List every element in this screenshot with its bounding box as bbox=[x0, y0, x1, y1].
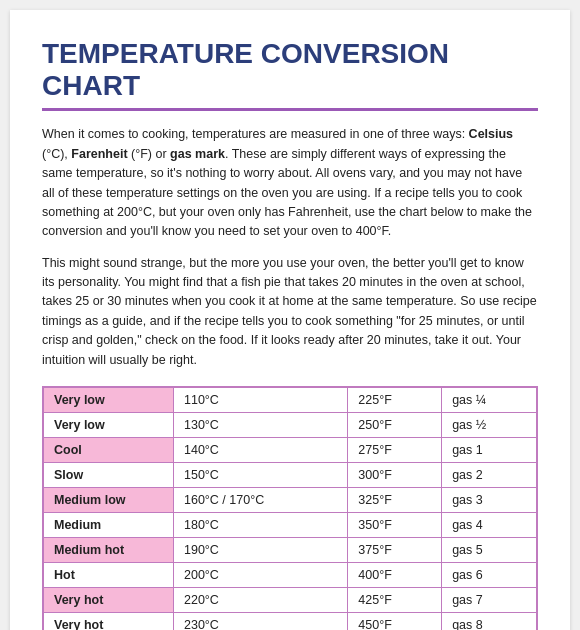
celsius-cell: 140°C bbox=[174, 437, 348, 462]
fahrenheit-cell: 275°F bbox=[348, 437, 442, 462]
gas-cell: gas 1 bbox=[442, 437, 537, 462]
celsius-cell: 160°C / 170°C bbox=[174, 487, 348, 512]
celsius-cell: 150°C bbox=[174, 462, 348, 487]
fahrenheit-cell: 375°F bbox=[348, 537, 442, 562]
fahrenheit-cell: 300°F bbox=[348, 462, 442, 487]
gas-cell: gas ½ bbox=[442, 412, 537, 437]
page: TEMPERATURE CONVERSION CHART When it com… bbox=[10, 10, 570, 630]
label-cell: Very low bbox=[44, 387, 174, 412]
gas-cell: gas 6 bbox=[442, 562, 537, 587]
label-cell: Very hot bbox=[44, 612, 174, 630]
label-cell: Very low bbox=[44, 412, 174, 437]
intro-paragraph-2: This might sound strange, but the more y… bbox=[42, 254, 538, 370]
table-row: Medium180°C350°Fgas 4 bbox=[44, 512, 537, 537]
celsius-cell: 200°C bbox=[174, 562, 348, 587]
gas-cell: gas 8 bbox=[442, 612, 537, 630]
temperature-table: Very low110°C225°Fgas ¼Very low130°C250°… bbox=[42, 386, 538, 630]
celsius-cell: 180°C bbox=[174, 512, 348, 537]
table-row: Medium low160°C / 170°C325°Fgas 3 bbox=[44, 487, 537, 512]
gas-cell: gas 2 bbox=[442, 462, 537, 487]
label-cell: Cool bbox=[44, 437, 174, 462]
fahrenheit-cell: 350°F bbox=[348, 512, 442, 537]
celsius-cell: 110°C bbox=[174, 387, 348, 412]
title-divider bbox=[42, 108, 538, 111]
gas-cell: gas ¼ bbox=[442, 387, 537, 412]
fahrenheit-cell: 225°F bbox=[348, 387, 442, 412]
celsius-cell: 190°C bbox=[174, 537, 348, 562]
gas-cell: gas 4 bbox=[442, 512, 537, 537]
gas-cell: gas 5 bbox=[442, 537, 537, 562]
table-row: Cool140°C275°Fgas 1 bbox=[44, 437, 537, 462]
label-cell: Hot bbox=[44, 562, 174, 587]
table-row: Slow150°C300°Fgas 2 bbox=[44, 462, 537, 487]
table-row: Very low130°C250°Fgas ½ bbox=[44, 412, 537, 437]
gas-cell: gas 7 bbox=[442, 587, 537, 612]
label-cell: Medium low bbox=[44, 487, 174, 512]
label-cell: Medium hot bbox=[44, 537, 174, 562]
table-row: Hot200°C400°Fgas 6 bbox=[44, 562, 537, 587]
celsius-cell: 220°C bbox=[174, 587, 348, 612]
celsius-cell: 130°C bbox=[174, 412, 348, 437]
celsius-cell: 230°C bbox=[174, 612, 348, 630]
label-cell: Very hot bbox=[44, 587, 174, 612]
fahrenheit-cell: 425°F bbox=[348, 587, 442, 612]
table-row: Very hot230°C450°Fgas 8 bbox=[44, 612, 537, 630]
label-cell: Medium bbox=[44, 512, 174, 537]
fahrenheit-cell: 250°F bbox=[348, 412, 442, 437]
fahrenheit-cell: 325°F bbox=[348, 487, 442, 512]
table-row: Very hot220°C425°Fgas 7 bbox=[44, 587, 537, 612]
fahrenheit-cell: 400°F bbox=[348, 562, 442, 587]
fahrenheit-cell: 450°F bbox=[348, 612, 442, 630]
table-row: Medium hot190°C375°Fgas 5 bbox=[44, 537, 537, 562]
label-cell: Slow bbox=[44, 462, 174, 487]
table-row: Very low110°C225°Fgas ¼ bbox=[44, 387, 537, 412]
page-title: TEMPERATURE CONVERSION CHART bbox=[42, 38, 538, 102]
gas-cell: gas 3 bbox=[442, 487, 537, 512]
intro-paragraph-1: When it comes to cooking, temperatures a… bbox=[42, 125, 538, 241]
